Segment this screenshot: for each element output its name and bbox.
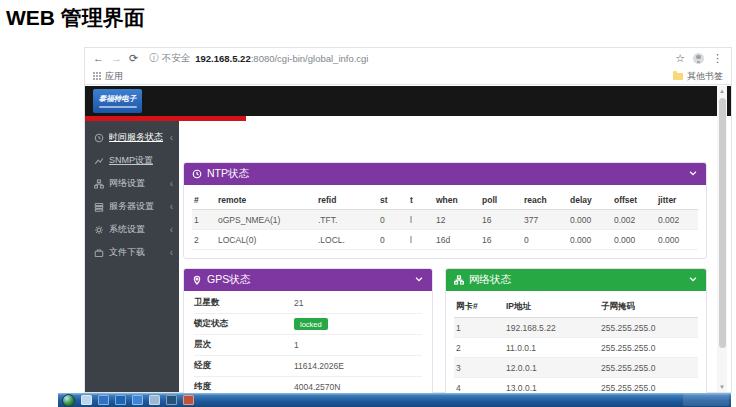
- col-jitter: jitter: [656, 191, 698, 210]
- col-st: st: [378, 191, 408, 210]
- taskbar-app-icon[interactable]: [98, 395, 109, 405]
- taskbar-app-icon[interactable]: [81, 395, 92, 405]
- sidebar-item-system-settings[interactable]: 系统设置 ‹: [85, 218, 179, 241]
- chevron-down-icon[interactable]: [688, 274, 698, 286]
- taskbar-app-icon[interactable]: [166, 395, 177, 405]
- table-row: 1 192.168.5.22 255.255.255.0: [454, 318, 698, 338]
- windows-taskbar: [58, 393, 731, 407]
- other-bookmarks[interactable]: 其他书签: [673, 70, 723, 83]
- reload-icon[interactable]: ⟳: [129, 53, 138, 64]
- sidebar-item-server-settings[interactable]: 服务器设置 ‹: [85, 195, 179, 218]
- col-nic: 网卡#: [454, 297, 504, 318]
- snmp-icon: [93, 155, 104, 166]
- other-bookmarks-label: 其他书签: [687, 70, 723, 83]
- table-row: 1 oGPS_NMEA(1) .TFT. 0 l 12 16 377 0.000…: [192, 210, 698, 230]
- taskbar-app-icon[interactable]: [183, 395, 194, 405]
- web-page: 泰福特电子 时间服务状态 ‹ SNMP设置: [85, 86, 731, 392]
- sidebar-item-time-service-status[interactable]: 时间服务状态 ‹: [85, 126, 179, 149]
- table-row: 2 11.0.0.1 255.255.255.0: [454, 338, 698, 358]
- sidebar-item-label: 网络设置: [109, 177, 145, 190]
- status-badge: locked: [294, 318, 328, 330]
- sidebar-item-label: 时间服务状态: [109, 131, 163, 144]
- clock-icon: [192, 169, 202, 179]
- bookmarks-bar: 应用 其他书签: [85, 68, 731, 85]
- col-delay: delay: [568, 191, 612, 210]
- network-table-header: 网卡# IP地址 子网掩码: [454, 297, 698, 318]
- ntp-panel-title: NTP状态: [207, 167, 249, 181]
- scroll-up-icon[interactable]: ▲: [717, 86, 727, 96]
- col-remote: remote: [216, 191, 316, 210]
- ntp-table-header: # remote refid st t when poll reach dela…: [192, 191, 698, 210]
- taskbar-app-icon[interactable]: [132, 395, 143, 405]
- scrollbar-thumb[interactable]: [719, 98, 726, 348]
- table-row: 2 LOCAL(0) .LOCL. 0 l 16d 16 0 0.000 0.0…: [192, 230, 698, 250]
- chevron-left-icon: ‹: [170, 178, 173, 189]
- back-icon[interactable]: ←: [93, 53, 104, 64]
- screenshot-root: WEB 管理界面 ← → ⟳ ⓘ 不安全 192.168.5.22:8080/c…: [0, 0, 736, 407]
- url-path: :8080/cgi-bin/global_info.cgi: [251, 53, 369, 64]
- col-offset: offset: [612, 191, 656, 210]
- chevron-left-icon: ‹: [170, 132, 173, 143]
- browser-menu-icon[interactable]: ⋮: [712, 53, 723, 64]
- apps-shortcut[interactable]: 应用: [93, 70, 123, 83]
- sidebar-item-label: 系统设置: [109, 223, 145, 236]
- taskbar-app-icon[interactable]: [149, 395, 160, 405]
- browser-toolbar: ← → ⟳ ⓘ 不安全 192.168.5.22:8080/cgi-bin/gl…: [85, 48, 731, 68]
- server-icon: [93, 201, 104, 212]
- sidebar-item-label: SNMP设置: [109, 154, 153, 167]
- profile-avatar[interactable]: [693, 53, 704, 64]
- folder-icon: [673, 73, 683, 80]
- sidebar-item-network-settings[interactable]: 网络设置 ‹: [85, 172, 179, 195]
- table-row: 3 12.0.0.1 255.255.255.0: [454, 358, 698, 378]
- ntp-panel-header[interactable]: NTP状态: [184, 163, 706, 185]
- logo-subline: [99, 106, 137, 109]
- col-index: #: [192, 191, 216, 210]
- address-bar[interactable]: ⓘ 不安全 192.168.5.22:8080/cgi-bin/global_i…: [145, 51, 668, 66]
- sidebar-item-file-download[interactable]: 文件下载 ‹: [85, 241, 179, 264]
- col-reach: reach: [522, 191, 568, 210]
- network-panel-title: 网络状态: [469, 273, 511, 287]
- gps-row-lock-status: 锁定状态 locked: [194, 314, 422, 335]
- chevron-left-icon: ‹: [170, 201, 173, 212]
- col-poll: poll: [480, 191, 522, 210]
- security-label: 不安全: [162, 52, 191, 65]
- network-icon: [454, 275, 464, 285]
- gps-status-panel: GPS状态 卫星数 21 锁定状态 locked 层次 1: [183, 268, 433, 407]
- ntp-status-panel: NTP状态 # remote refid st t: [183, 162, 707, 259]
- location-pin-icon: [192, 275, 202, 285]
- apps-grid-icon: [93, 72, 101, 80]
- gear-icon: [93, 224, 104, 235]
- download-icon: [93, 247, 104, 258]
- col-ip: IP地址: [504, 297, 599, 318]
- forward-icon[interactable]: →: [111, 53, 122, 64]
- site-info-icon[interactable]: ⓘ: [149, 52, 159, 65]
- sidebar-item-snmp-settings[interactable]: SNMP设置: [85, 149, 179, 172]
- col-when: when: [434, 191, 480, 210]
- scroll-down-icon[interactable]: ▼: [717, 382, 727, 392]
- page-scrollbar[interactable]: ▲ ▼: [717, 86, 727, 392]
- network-status-panel: 网络状态 网卡# IP地址 子网掩码: [445, 268, 707, 407]
- clock-icon: [93, 132, 104, 143]
- apps-label: 应用: [105, 70, 123, 83]
- gps-row-satellites: 卫星数 21: [194, 293, 422, 314]
- gps-row-stratum: 层次 1: [194, 335, 422, 356]
- company-logo[interactable]: 泰福特电子: [93, 89, 142, 113]
- bookmark-star-icon[interactable]: ☆: [675, 53, 685, 64]
- col-t: t: [408, 191, 434, 210]
- system-tray[interactable]: [683, 394, 729, 406]
- col-mask: 子网掩码: [599, 297, 698, 318]
- sidebar-item-label: 服务器设置: [109, 200, 154, 213]
- page-title: WEB 管理界面: [6, 4, 145, 32]
- gps-panel-header[interactable]: GPS状态: [184, 269, 432, 291]
- chevron-left-icon: ‹: [170, 224, 173, 235]
- url-host: 192.168.5.22: [195, 53, 250, 64]
- chevron-down-icon[interactable]: [688, 168, 698, 180]
- chevron-left-icon: ‹: [170, 247, 173, 258]
- taskbar-app-icon[interactable]: [115, 395, 126, 405]
- start-button[interactable]: [62, 394, 75, 407]
- network-panel-header[interactable]: 网络状态: [446, 269, 706, 291]
- sidebar-item-label: 文件下载: [109, 246, 145, 259]
- network-icon: [93, 178, 104, 189]
- chevron-down-icon[interactable]: [414, 274, 424, 286]
- gps-panel-title: GPS状态: [207, 273, 250, 287]
